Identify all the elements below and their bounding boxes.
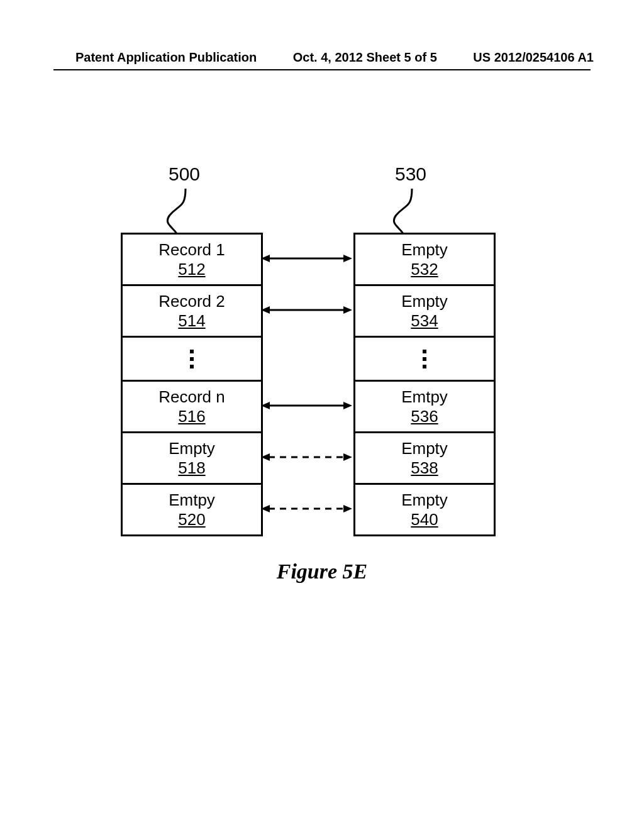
svg-marker-2 bbox=[343, 255, 352, 262]
arrow-row bbox=[261, 380, 352, 431]
double-arrow-solid-icon bbox=[261, 399, 352, 412]
table-row: Emtpy 536 bbox=[355, 382, 494, 433]
cell-label: Empty bbox=[401, 240, 448, 260]
cell-label: Empty bbox=[401, 490, 448, 510]
figure-caption: Figure 5E bbox=[0, 560, 644, 584]
arrow-row bbox=[261, 483, 352, 534]
arrow-row bbox=[261, 431, 352, 483]
header-right: US 2012/0254106 A1 bbox=[473, 50, 594, 65]
cell-ref: 534 bbox=[411, 311, 438, 331]
arrow-row bbox=[261, 284, 352, 336]
table-row: Record 2 514 bbox=[123, 286, 261, 338]
svg-marker-13 bbox=[261, 505, 270, 512]
left-table: Record 1 512 Record 2 514 Record n 516 E… bbox=[121, 233, 263, 536]
header-rule bbox=[53, 69, 591, 70]
svg-marker-8 bbox=[343, 402, 352, 409]
svg-marker-7 bbox=[261, 402, 270, 409]
header-left: Patent Application Publication bbox=[75, 50, 257, 65]
table-row: Record n 516 bbox=[123, 382, 261, 433]
svg-marker-14 bbox=[343, 505, 352, 512]
cell-label: Empty bbox=[401, 292, 448, 311]
table-row: Empty 518 bbox=[123, 433, 261, 485]
cell-label: Empty bbox=[169, 439, 215, 458]
cell-ref: 516 bbox=[178, 407, 205, 426]
callout-curve-530 bbox=[380, 189, 425, 233]
cell-ref: 514 bbox=[178, 311, 205, 331]
page-header: Patent Application Publication Oct. 4, 2… bbox=[75, 50, 594, 65]
callout-curve-500 bbox=[154, 189, 198, 233]
arrows-column bbox=[261, 233, 352, 534]
svg-marker-1 bbox=[261, 255, 270, 262]
ref-label-500: 500 bbox=[169, 163, 200, 185]
svg-marker-4 bbox=[261, 306, 270, 314]
cell-label: Record 1 bbox=[158, 240, 225, 260]
header-center: Oct. 4, 2012 Sheet 5 of 5 bbox=[293, 50, 437, 65]
cell-label: Emtpy bbox=[169, 490, 215, 510]
table-row: Empty 540 bbox=[355, 485, 494, 536]
table-row: Record 1 512 bbox=[123, 235, 261, 286]
cell-ref: 536 bbox=[411, 407, 438, 426]
cell-label: Empty bbox=[401, 439, 448, 458]
ref-label-530: 530 bbox=[395, 163, 426, 185]
arrow-row bbox=[261, 233, 352, 284]
arrow-row-empty bbox=[261, 336, 352, 380]
cell-label: Record 2 bbox=[158, 292, 225, 311]
table-row: Empty 534 bbox=[355, 286, 494, 338]
svg-marker-10 bbox=[261, 453, 270, 461]
double-arrow-dashed-icon bbox=[261, 451, 352, 463]
double-arrow-dashed-icon bbox=[261, 502, 352, 515]
table-row: Emtpy 520 bbox=[123, 485, 261, 536]
double-arrow-solid-icon bbox=[261, 304, 352, 316]
vertical-dots-icon bbox=[190, 350, 194, 368]
table-row: Empty 532 bbox=[355, 235, 494, 286]
vertical-dots-icon bbox=[423, 350, 426, 368]
cell-ref: 512 bbox=[178, 260, 205, 279]
double-arrow-solid-icon bbox=[261, 252, 352, 265]
cell-label: Record n bbox=[158, 387, 225, 407]
svg-marker-5 bbox=[343, 306, 352, 314]
svg-marker-11 bbox=[343, 453, 352, 461]
cell-ref: 540 bbox=[411, 510, 438, 529]
table-row-ellipsis bbox=[123, 338, 261, 382]
right-table: Empty 532 Empty 534 Emtpy 536 Empty 538 … bbox=[353, 233, 496, 536]
cell-label: Emtpy bbox=[401, 387, 448, 407]
cell-ref: 520 bbox=[178, 510, 205, 529]
cell-ref: 538 bbox=[411, 458, 438, 478]
table-row-ellipsis bbox=[355, 338, 494, 382]
cell-ref: 518 bbox=[178, 458, 205, 478]
table-row: Empty 538 bbox=[355, 433, 494, 485]
cell-ref: 532 bbox=[411, 260, 438, 279]
